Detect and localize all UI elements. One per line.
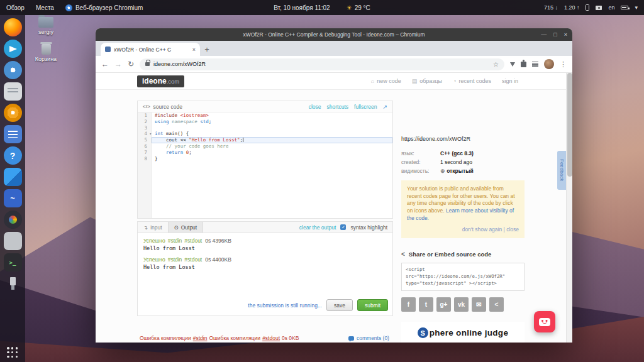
clear-output-link[interactable]: clear the output — [299, 224, 336, 231]
photos-dock-icon[interactable] — [4, 104, 22, 122]
browser-dock-icon[interactable] — [4, 61, 22, 79]
reload-button[interactable]: ↻ — [128, 60, 134, 68]
text-editor-dock-icon[interactable] — [4, 125, 22, 143]
browser-menu-icon[interactable]: ⋮ — [560, 60, 567, 69]
web-app-dock-icon[interactable] — [4, 211, 22, 229]
vscode-dock-icon[interactable] — [4, 168, 22, 186]
stdin-link[interactable]: #stdin — [168, 256, 182, 263]
submit-button[interactable]: submit — [357, 299, 388, 311]
weather-widget[interactable]: ☀ 29 °C — [347, 4, 370, 11]
places-menu[interactable]: Места — [36, 4, 54, 11]
twitter-icon[interactable]: t — [419, 297, 433, 312]
feedback-tab[interactable]: Feedback — [557, 151, 566, 190]
social-share-row: f t g+ vk ✉ < — [401, 297, 525, 312]
dont-show-again-link[interactable]: don't show again — [462, 226, 502, 233]
tab-input[interactable]: ↴ input — [138, 222, 168, 233]
chat-widget-button[interactable] — [534, 311, 555, 332]
clock[interactable]: Вт, 10 ноября 11:02 — [274, 4, 330, 11]
stdin-link[interactable]: #stdin — [168, 238, 182, 244]
vk-icon[interactable]: vk — [454, 297, 469, 312]
url-text[interactable]: ideone.com/xWOf2R — [153, 61, 206, 67]
source-code-panel: </> source code close shortcuts fullscre… — [137, 101, 393, 219]
scrollbar-thumb[interactable] — [567, 73, 572, 177]
telegram-dock-icon[interactable] — [4, 40, 22, 58]
bookmark-star-icon[interactable]: ☆ — [493, 61, 499, 68]
shortcuts-link[interactable]: shortcuts — [327, 104, 349, 110]
minimize-button[interactable]: — — [541, 31, 547, 38]
terminal-dock-icon[interactable]: >_ — [4, 253, 22, 272]
extensions-puzzle-icon[interactable] — [521, 62, 526, 67]
audio-app-dock-icon[interactable]: ~ — [4, 189, 22, 207]
sphere-online-judge-banner[interactable]: S phere online judge Learn How to Code — [401, 322, 525, 343]
nav-new-code[interactable]: ⌂ new code — [371, 78, 401, 84]
forward-button[interactable]: → — [114, 60, 122, 68]
stdout-link[interactable]: #stdout — [184, 238, 202, 244]
camera-icon[interactable] — [596, 6, 602, 10]
visibility-value: ⊕открытый — [440, 168, 525, 174]
phone-icon[interactable] — [586, 4, 589, 11]
ideone-logo[interactable]: ideone.com — [137, 75, 184, 87]
code-line: 7 return 0; — [138, 150, 392, 156]
desktop-icon-home[interactable]: sergiy — [28, 17, 64, 35]
back-button[interactable]: ← — [101, 60, 109, 68]
run-output-text: Hello from Losst — [143, 245, 387, 251]
desktop-icon-trash[interactable]: Корзина — [28, 44, 64, 62]
browser-tab[interactable]: xWOf2R - Online C++ C × — [101, 43, 200, 56]
net-download-indicator[interactable]: 715 ↓ — [544, 4, 558, 11]
show-applications-button[interactable] — [7, 347, 18, 358]
files-dock-icon[interactable] — [4, 82, 22, 101]
reading-list-icon[interactable] — [532, 62, 538, 67]
nav-sign-in[interactable]: sign in — [502, 78, 518, 84]
code-line: 1 #include <iostream> — [138, 112, 392, 119]
close-editor-link[interactable]: close — [309, 104, 321, 110]
battery-icon[interactable] — [621, 6, 628, 9]
page-scrollbar[interactable] — [566, 73, 572, 343]
error-stdout-link[interactable]: #stdout — [262, 335, 280, 341]
save-button[interactable]: save — [326, 299, 353, 311]
facebook-icon[interactable]: f — [401, 297, 416, 312]
focused-app-menu[interactable]: Веб-браузер Chromium — [65, 4, 143, 11]
archive-dock-icon[interactable] — [4, 232, 22, 250]
window-titlebar[interactable]: xWOf2R - Online C++ Compiler & Debugging… — [96, 28, 572, 41]
fullscreen-link[interactable]: fullscreen — [354, 104, 377, 110]
code-editor[interactable]: 1 #include <iostream> 2 using namespace … — [138, 112, 392, 218]
tab-output[interactable]: ⊙ Output — [168, 222, 204, 233]
stdout-link[interactable]: #stdout — [184, 256, 202, 263]
run-meta: 0s 4396KB — [205, 238, 231, 244]
language-label: язык: — [401, 150, 440, 156]
new-tab-button[interactable]: + — [200, 43, 214, 56]
profile-avatar[interactable] — [544, 59, 554, 69]
comments-link[interactable]: comments (0) — [348, 335, 389, 341]
nav-samples[interactable]: ▤ образцы — [412, 78, 442, 84]
clock-icon: ◔ — [453, 78, 456, 84]
share-url[interactable]: https://ideone.com/xWOf2R — [401, 136, 525, 142]
usb-drive-dock-icon[interactable] — [4, 275, 22, 293]
system-menu-chevron-icon[interactable]: ▾ — [635, 4, 638, 11]
email-icon[interactable]: ✉ — [472, 297, 486, 312]
error-stdin-link[interactable]: #stdin — [193, 335, 208, 341]
external-link-icon[interactable]: ↗ — [382, 104, 387, 110]
focused-app-title: Веб-браузер Chromium — [75, 4, 143, 11]
editor-title: source code — [153, 104, 182, 110]
activities-button[interactable]: Обзор — [6, 4, 25, 11]
googleplus-icon[interactable]: g+ — [436, 297, 451, 312]
embed-code-box[interactable]: <script src="https://ideone.com/e.js/xWO… — [401, 263, 525, 291]
filter-extension-icon[interactable] — [510, 62, 515, 67]
code-details-table: язык: C++ (gcc 8.3) created: 1 second ag… — [401, 150, 525, 174]
address-bar[interactable]: ideone.com/xWOf2R ☆ — [140, 58, 504, 70]
logo-name: ideone — [142, 77, 167, 85]
close-window-button[interactable]: × — [564, 31, 567, 38]
tab-close-icon[interactable]: × — [192, 47, 196, 53]
padlock-icon[interactable] — [145, 62, 150, 66]
net-upload-indicator[interactable]: 1.20 ↑ — [564, 4, 580, 11]
nav-recent-codes[interactable]: ◔ recent codes — [453, 78, 491, 84]
close-notice-link[interactable]: close — [506, 226, 519, 233]
line-number: 3 — [138, 125, 152, 131]
line-number: 5 — [138, 137, 152, 143]
share-nodes-icon[interactable]: < — [489, 297, 504, 312]
syntax-highlight-checkbox[interactable]: ✓ — [340, 224, 346, 230]
help-dock-icon[interactable]: ? — [4, 146, 22, 165]
maximize-button[interactable]: □ — [553, 31, 557, 38]
firefox-dock-icon[interactable] — [4, 18, 22, 36]
keyboard-layout-indicator[interactable]: en — [608, 4, 614, 11]
